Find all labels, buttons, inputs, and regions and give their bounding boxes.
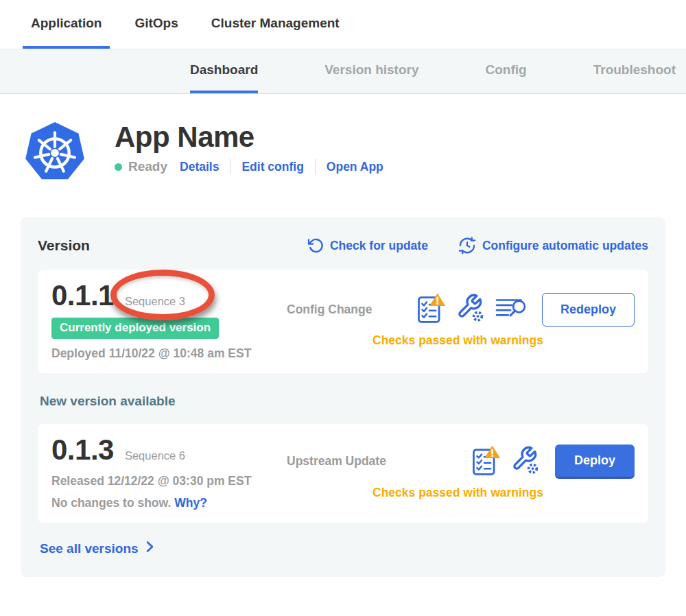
tab-cluster-management[interactable]: Cluster Management	[203, 0, 348, 49]
check-for-update-link[interactable]: Check for update	[307, 237, 428, 254]
currently-deployed-badge: Currently deployed version	[51, 318, 219, 339]
see-all-versions-link[interactable]: See all versions	[40, 541, 154, 556]
version-card-title: Version	[38, 237, 90, 254]
see-all-versions-label: See all versions	[40, 541, 139, 556]
top-nav: Application GitOps Cluster Management	[0, 0, 686, 49]
refresh-icon	[307, 237, 324, 254]
no-changes-line: No changes to show. Why?	[51, 496, 281, 510]
edit-config-link[interactable]: Edit config	[241, 160, 303, 174]
check-for-update-label: Check for update	[330, 239, 428, 253]
tab-application[interactable]: Application	[23, 0, 110, 49]
new-version-heading: New version available	[40, 394, 648, 409]
new-version-sequence: Sequence 6	[125, 449, 185, 462]
current-version-number: 0.1.1	[51, 279, 114, 312]
current-version-actions: Config Change	[281, 279, 635, 361]
app-header-text: App Name Ready Details Edit config Open …	[115, 120, 383, 185]
tab-config[interactable]: Config	[486, 49, 527, 93]
wrench-gear-icon[interactable]	[511, 445, 540, 478]
clock-refresh-icon	[458, 237, 476, 254]
version-card-actions: Check for update Configure automatic upd…	[307, 237, 648, 254]
new-version-number: 0.1.3	[51, 434, 114, 466]
configure-automatic-updates-link[interactable]: Configure automatic updates	[458, 237, 648, 254]
new-version-actions: Upstream Update	[281, 434, 635, 510]
details-link[interactable]: Details	[180, 160, 219, 174]
admin-console-page: Application GitOps Cluster Management Da…	[0, 0, 686, 616]
wrench-gear-icon[interactable]	[456, 293, 485, 326]
redeploy-button[interactable]: Redeploy	[542, 293, 635, 327]
new-checks-status: Checks passed with warnings	[281, 486, 635, 500]
deployed-timestamp: Deployed 11/10/22 @ 10:48 am EST	[51, 346, 281, 361]
version-card: Version Check for update	[21, 217, 665, 577]
page-title: App Name	[115, 121, 383, 153]
status-dot-icon	[115, 163, 122, 171]
deploy-button[interactable]: Deploy	[555, 445, 635, 479]
preflight-checklist-icon[interactable]	[417, 292, 446, 327]
tab-gitops[interactable]: GitOps	[126, 0, 186, 49]
new-version-row: 0.1.3 Sequence 6 Released 12/12/22 @ 03:…	[38, 424, 648, 523]
tab-dashboard[interactable]: Dashboard	[190, 49, 258, 93]
tab-troubleshoot[interactable]: Troubleshoot	[593, 49, 676, 93]
tab-version-history[interactable]: Version history	[324, 49, 418, 93]
configure-automatic-updates-label: Configure automatic updates	[482, 239, 648, 253]
chevron-right-icon	[146, 541, 154, 556]
new-version-source: Upstream Update	[287, 454, 386, 469]
kubernetes-logo-icon	[24, 120, 86, 185]
current-version-iconbar	[417, 292, 527, 327]
new-version-iconbar	[472, 445, 540, 479]
current-version-source: Config Change	[287, 303, 372, 317]
current-version-row: 0.1.1 Sequence 3 Currently deployed vers…	[38, 270, 648, 373]
status-badge: Ready	[128, 159, 167, 174]
current-version-sequence: Sequence 3	[125, 295, 185, 308]
app-header: App Name Ready Details Edit config Open …	[24, 120, 686, 185]
preflight-checklist-icon[interactable]	[472, 445, 501, 479]
why-link[interactable]: Why?	[174, 496, 207, 510]
version-card-header: Version Check for update	[38, 237, 648, 254]
sub-nav: Dashboard Version history Config Trouble…	[0, 49, 686, 94]
view-diff-icon[interactable]	[495, 296, 527, 323]
open-app-link[interactable]: Open App	[327, 160, 383, 174]
app-status-row: Ready Details Edit config Open App	[115, 159, 383, 174]
divider	[315, 159, 316, 174]
current-version-info: 0.1.1 Sequence 3 Currently deployed vers…	[51, 279, 281, 361]
released-timestamp: Released 12/12/22 @ 03:30 pm EST	[51, 474, 281, 488]
no-changes-text: No changes to show.	[51, 496, 171, 510]
divider	[230, 159, 230, 174]
current-checks-status: Checks passed with warnings	[281, 333, 635, 348]
new-version-info: 0.1.3 Sequence 6 Released 12/12/22 @ 03:…	[51, 434, 281, 510]
